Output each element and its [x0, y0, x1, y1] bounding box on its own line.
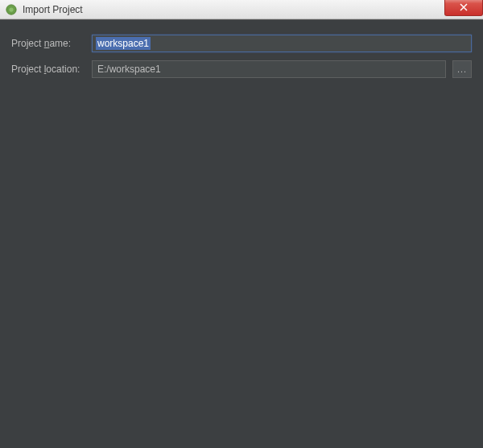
project-location-value: E:/workspace1 [97, 64, 161, 75]
project-location-input[interactable]: E:/workspace1 [92, 60, 446, 78]
close-button[interactable] [444, 0, 483, 16]
close-icon [460, 3, 468, 11]
browse-button[interactable]: ... [452, 60, 472, 78]
import-project-dialog: Import Project Project name: workspace1 … [0, 0, 483, 448]
titlebar[interactable]: Import Project [0, 0, 483, 19]
project-name-row: Project name: workspace1 [11, 35, 472, 52]
content-area: Project name: workspace1 Project locatio… [0, 19, 483, 448]
svg-point-1 [9, 7, 13, 11]
project-location-row: Project location: E:/workspace1 ... [11, 60, 472, 78]
project-name-input[interactable]: workspace1 [92, 35, 472, 52]
project-name-value: workspace1 [96, 37, 151, 50]
browse-label: ... [457, 64, 467, 74]
window-title: Import Project [23, 4, 83, 15]
project-name-label: Project name: [11, 38, 85, 49]
app-icon [5, 3, 18, 16]
project-location-label: Project location: [11, 64, 85, 75]
